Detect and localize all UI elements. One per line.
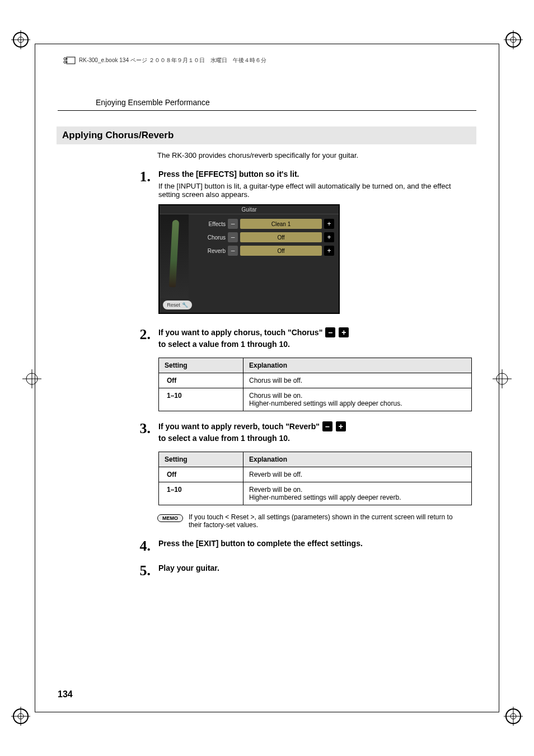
reverb-settings-table: Setting Explanation Off Reverb will be o… [158, 452, 472, 505]
reverb-row: Reverb – Off + [191, 246, 334, 256]
chorus-value[interactable]: Off [240, 232, 322, 242]
table-row: Off Chorus will be off. [159, 373, 472, 388]
step-1: 1. Press the [EFFECTS] button so it's li… [96, 170, 460, 317]
plus-icon: + [336, 421, 346, 431]
reset-label: Reset [167, 302, 180, 308]
table-cell-setting: 1–10 [159, 388, 243, 411]
table-cell-explanation: Reverb will be off. [243, 467, 472, 482]
table-row: 1–10 Reverb will be on. Higher-numbered … [159, 482, 472, 505]
step-2: 2. If you want to apply chorus, touch "C… [96, 327, 460, 411]
chorus-minus-button[interactable]: – [228, 232, 238, 242]
memo-text: If you touch < Reset >, all settings (pa… [189, 513, 460, 529]
step-heading: If you want to apply reverb, touch "Reve… [158, 421, 472, 443]
step-heading-post: to select a value from 1 through 10. [158, 434, 290, 443]
table-row: Off Reverb will be off. [159, 467, 472, 482]
chorus-settings-table: Setting Explanation Off Chorus will be o… [158, 358, 472, 411]
registration-mark-icon [11, 707, 30, 726]
step-5: 5. Play your guitar. [96, 564, 460, 578]
step-heading-pre: If you want to apply chorus, touch "Chor… [158, 328, 322, 337]
step-heading-pre: If you want to apply reverb, touch "Reve… [158, 422, 320, 431]
divider [58, 110, 476, 111]
effects-label: Effects [191, 221, 226, 227]
table-cell-explanation: Reverb will be on. Higher-numbered setti… [243, 482, 472, 505]
registration-mark-icon [504, 707, 523, 726]
chorus-row: Chorus – Off + [191, 232, 334, 242]
effects-minus-button[interactable]: – [228, 219, 238, 229]
print-header: RK-300_e.book 134 ページ ２００８年９月１０日 水曜日 午後４… [63, 57, 476, 64]
step-number: 2. [135, 327, 151, 342]
svg-rect-22 [67, 57, 75, 64]
step-number: 3. [135, 421, 151, 436]
table-cell-explanation: Chorus will be on. Higher-numbered setti… [243, 388, 472, 411]
step-3: 3. If you want to apply reverb, touch "R… [96, 421, 460, 505]
step-heading: Play your guitar. [158, 564, 460, 572]
table-cell-explanation: Chorus will be off. [243, 373, 472, 388]
svg-point-24 [64, 61, 66, 63]
table-cell-setting: 1–10 [159, 482, 243, 505]
guitar-effect-screen: Guitar Effects – Clean 1 + [158, 204, 340, 314]
svg-point-23 [64, 58, 66, 60]
step-body-text: If the [INPUT] button is lit, a guitar-t… [158, 182, 460, 199]
reverb-plus-button[interactable]: + [324, 246, 334, 256]
minus-icon: – [325, 327, 335, 337]
table-header-explanation: Explanation [243, 358, 472, 373]
reverb-minus-button[interactable]: – [228, 246, 238, 256]
memo-note: MEMO If you touch < Reset >, all setting… [157, 513, 460, 529]
chorus-plus-button[interactable]: + [324, 232, 334, 242]
section-title: Applying Chorus/Reverb [57, 126, 476, 144]
reset-button[interactable]: Reset 🔧 [163, 300, 192, 309]
reverb-value[interactable]: Off [240, 246, 322, 256]
book-binder-icon [63, 57, 76, 64]
table-header-setting: Setting [159, 358, 243, 373]
page-number: 134 [58, 689, 73, 699]
minus-icon: – [322, 421, 332, 431]
registration-mark-icon [11, 30, 30, 49]
table-row: 1–10 Chorus will be on. Higher-numbered … [159, 388, 472, 411]
effects-value[interactable]: Clean 1 [240, 219, 322, 229]
chorus-label: Chorus [191, 234, 226, 241]
running-header: Enjoying Ensemble Performance [58, 98, 476, 107]
table-header-explanation: Explanation [243, 452, 472, 467]
print-header-text: RK-300_e.book 134 ページ ２００８年９月１０日 水曜日 午後４… [79, 57, 266, 64]
plus-icon: + [339, 327, 349, 337]
step-heading: If you want to apply chorus, touch "Chor… [158, 327, 472, 349]
step-heading-post: to select a value from 1 through 10. [158, 340, 290, 349]
memo-badge: MEMO [157, 514, 183, 522]
guitar-screen-title: Guitar [160, 205, 339, 214]
effects-row: Effects – Clean 1 + [191, 219, 334, 229]
table-header-setting: Setting [159, 452, 243, 467]
registration-mark-icon [504, 30, 523, 49]
guitar-image [160, 214, 189, 298]
step-number: 4. [135, 539, 151, 553]
step-heading: Press the [EFFECTS] button so it's lit. [158, 170, 460, 179]
intro-text: The RK-300 provides chorus/reverb specif… [157, 151, 460, 159]
step-number: 1. [135, 170, 151, 184]
effects-plus-button[interactable]: + [324, 219, 334, 229]
reverb-label: Reverb [191, 248, 226, 254]
table-cell-setting: Off [159, 467, 243, 482]
wrench-icon: 🔧 [182, 302, 188, 308]
step-heading: Press the [EXIT] button to complete the … [158, 539, 460, 548]
step-number: 5. [135, 564, 151, 578]
step-4: 4. Press the [EXIT] button to complete t… [96, 539, 460, 553]
table-cell-setting: Off [159, 373, 243, 388]
